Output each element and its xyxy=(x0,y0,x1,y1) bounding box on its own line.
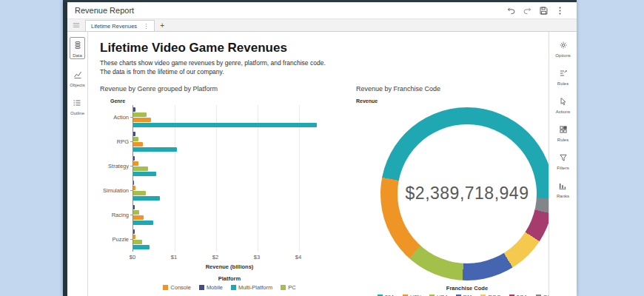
bar-simulation-mobile[interactable] xyxy=(133,181,134,185)
panel-tab-ranks[interactable]: Ranks xyxy=(557,180,569,198)
panel-tab-label: Options xyxy=(555,53,571,58)
bar-group-racing: Racing xyxy=(133,203,326,227)
panel-tab-options[interactable]: Options xyxy=(555,39,571,58)
category-label: Racing xyxy=(99,212,129,218)
category-label: Action xyxy=(99,114,129,121)
list-icon xyxy=(73,97,81,110)
toc-toggle-icon[interactable] xyxy=(67,19,85,31)
page-subtitle-line1: These charts show video game revenues by… xyxy=(100,59,549,68)
report-title: Revenue Report xyxy=(75,6,134,15)
bar-racing-console[interactable] xyxy=(133,215,144,220)
bar-chart[interactable]: Revenue by Genre grouped by Platform Gen… xyxy=(100,85,344,296)
database-icon xyxy=(73,39,82,53)
cursor-icon xyxy=(559,95,568,109)
panel-tab-label: Filters xyxy=(557,166,568,170)
bar-group-axis-label: Genre xyxy=(110,98,344,104)
x-tick-label: $3 xyxy=(254,254,260,260)
panel-tab-label: Actions xyxy=(556,110,571,114)
category-tick xyxy=(130,117,133,118)
bar-group-action: Action xyxy=(133,105,326,130)
legend-item-pc[interactable]: PC xyxy=(281,284,295,291)
bar-strategy-pc[interactable] xyxy=(133,166,148,171)
add-page-button[interactable]: + xyxy=(155,19,170,31)
roles-icon xyxy=(559,67,568,81)
legend-item-multi-platform[interactable]: Multi-Platform xyxy=(231,284,272,291)
category-label: Puzzle xyxy=(99,236,129,243)
report-header: Revenue Report xyxy=(67,2,577,19)
panel-tab-label: Rules xyxy=(557,138,568,142)
sidebar-item-data[interactable]: Data xyxy=(70,37,85,59)
bar-simulation-console[interactable] xyxy=(133,186,135,190)
x-tick-label: $4 xyxy=(295,254,301,260)
panel-tab-actions[interactable]: Actions xyxy=(556,95,571,114)
donut-hole: $2,389,718,949 xyxy=(398,124,537,263)
bar-plot-area[interactable]: Action RPG Strategy Simulation Racing Pu… xyxy=(133,105,326,252)
donut-legend-title: Franchise Code xyxy=(360,285,549,292)
bar-racing-multi-platform[interactable] xyxy=(133,221,153,225)
category-label: Simulation xyxy=(99,187,129,194)
chart-line-icon xyxy=(73,69,82,82)
undo-icon[interactable] xyxy=(503,6,519,16)
bar-puzzle-pc[interactable] xyxy=(133,240,142,244)
bar-action-console[interactable] xyxy=(133,118,151,122)
tab-lifetime-revenues[interactable]: Lifetime Revenues ⋮ xyxy=(85,20,155,31)
x-tick-label: $2 xyxy=(212,254,218,260)
page-title: Lifetime Video Game Revenues xyxy=(100,41,549,56)
bar-group-puzzle: Puzzle xyxy=(133,227,326,252)
bar-simulation-multi-platform[interactable] xyxy=(133,196,160,201)
bar-group-simulation: Simulation xyxy=(133,178,326,203)
sidebar-item-objects[interactable]: Objects xyxy=(70,69,84,87)
bar-rpg-mobile[interactable] xyxy=(133,132,135,136)
legend-item-mobile[interactable]: Mobile xyxy=(199,284,223,291)
bar-chart-title: Revenue by Genre grouped by Platform xyxy=(100,85,344,92)
category-tick xyxy=(130,215,133,215)
bar-puzzle-console[interactable] xyxy=(133,235,135,239)
tab-menu-icon[interactable]: ⋮ xyxy=(143,23,149,30)
donut-chart[interactable]: Revenue by Franchise Code Revenue $2,389… xyxy=(356,85,549,296)
x-tick-label: $1 xyxy=(171,254,177,260)
legend-item-console[interactable]: Console xyxy=(163,284,191,291)
sidebar-item-outline[interactable]: Outline xyxy=(70,97,84,115)
app-window: Revenue Report Lifetime Revenues ⋮ xyxy=(63,0,577,296)
bar-racing-pc[interactable] xyxy=(133,210,139,215)
bar-rpg-console[interactable] xyxy=(133,142,143,147)
category-label: Strategy xyxy=(99,163,129,169)
more-menu-icon[interactable] xyxy=(551,6,568,16)
legend-swatch xyxy=(163,285,168,290)
legend-swatch xyxy=(231,285,236,290)
donut-measure-label: Revenue xyxy=(356,98,549,104)
bar-action-multi-platform[interactable] xyxy=(133,123,317,127)
bar-racing-mobile[interactable] xyxy=(133,205,135,209)
bar-puzzle-multi-platform[interactable] xyxy=(133,245,150,249)
bar-legend: Platform ConsoleMobileMulti-PlatformPC xyxy=(133,275,326,291)
sidebar-item-label: Data xyxy=(73,53,82,58)
legend-swatch xyxy=(199,285,204,290)
bar-strategy-multi-platform[interactable] xyxy=(133,172,156,176)
tab-label: Lifetime Revenues xyxy=(91,23,137,30)
panel-tab-filters[interactable]: Filters xyxy=(557,152,568,170)
panel-tab-rules[interactable]: Rules xyxy=(557,124,568,142)
donut-chart-title: Revenue by Franchise Code xyxy=(356,85,549,92)
donut-center-total: $2,389,718,949 xyxy=(406,184,529,204)
bar-puzzle-mobile[interactable] xyxy=(133,229,135,234)
category-tick xyxy=(130,239,133,240)
redo-icon[interactable] xyxy=(519,6,535,16)
right-rail: Options Roles Actions Rules Filters Rank… xyxy=(549,32,577,296)
bar-strategy-console[interactable] xyxy=(133,161,138,166)
bar-legend-title: Platform xyxy=(133,275,326,282)
sidebar-item-label: Objects xyxy=(70,83,84,87)
bar-x-axis-ticks: $0$1$2$3$4 xyxy=(133,252,326,260)
panel-tab-roles[interactable]: Roles xyxy=(557,67,568,86)
donut-wrap: $2,389,718,949 xyxy=(380,107,549,280)
bar-strategy-mobile[interactable] xyxy=(133,156,135,161)
bar-group-rpg: RPG xyxy=(133,130,326,154)
save-icon[interactable] xyxy=(535,6,551,16)
report-canvas: Lifetime Video Game Revenues These chart… xyxy=(88,32,549,296)
bar-rpg-pc[interactable] xyxy=(133,137,138,141)
bar-rpg-multi-platform[interactable] xyxy=(133,147,177,152)
bar-action-pc[interactable] xyxy=(133,112,147,117)
panel-tab-label: Ranks xyxy=(557,194,569,198)
category-tick xyxy=(130,190,133,191)
bar-simulation-pc[interactable] xyxy=(133,191,146,195)
bar-action-mobile[interactable] xyxy=(133,107,135,112)
